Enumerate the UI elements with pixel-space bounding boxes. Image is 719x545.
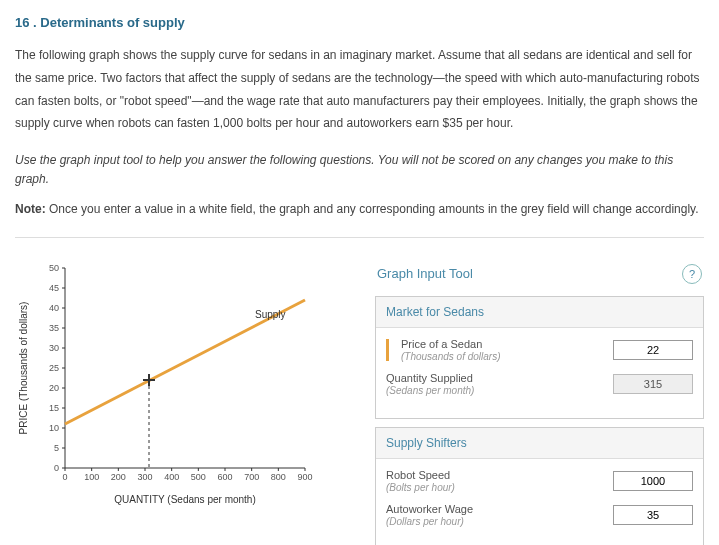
quantity-output: 315 xyxy=(613,374,693,394)
svg-text:900: 900 xyxy=(297,472,312,482)
svg-text:200: 200 xyxy=(111,472,126,482)
quantity-label: Quantity Supplied xyxy=(386,372,473,384)
price-input[interactable] xyxy=(613,340,693,360)
market-section: Market for Sedans Price of a Sedan (Thou… xyxy=(375,296,704,419)
question-paragraph: The following graph shows the supply cur… xyxy=(15,44,704,135)
svg-text:15: 15 xyxy=(49,403,59,413)
robot-label: Robot Speed xyxy=(386,469,450,481)
svg-text:600: 600 xyxy=(217,472,232,482)
note-body: Once you enter a value in a white field,… xyxy=(46,202,699,216)
svg-text:50: 50 xyxy=(49,263,59,273)
shifters-header: Supply Shifters xyxy=(376,428,703,459)
svg-text:30: 30 xyxy=(49,343,59,353)
supply-graph[interactable]: 05101520253035404550 0100200300400500600… xyxy=(15,258,345,521)
svg-text:100: 100 xyxy=(84,472,99,482)
quantity-sublabel: (Sedans per month) xyxy=(386,385,474,396)
svg-text:5: 5 xyxy=(54,443,59,453)
price-color-indicator xyxy=(386,339,389,361)
x-axis-label: QUANTITY (Sedans per month) xyxy=(114,494,256,505)
wage-input[interactable] xyxy=(613,505,693,525)
note-text: Note: Once you enter a value in a white … xyxy=(15,200,704,219)
question-title: 16 . Determinants of supply xyxy=(15,15,704,30)
price-sublabel: (Thousands of dollars) xyxy=(401,351,501,362)
price-label: Price of a Sedan xyxy=(401,338,482,350)
robot-speed-input[interactable] xyxy=(613,471,693,491)
svg-text:0: 0 xyxy=(62,472,67,482)
svg-text:45: 45 xyxy=(49,283,59,293)
svg-text:40: 40 xyxy=(49,303,59,313)
svg-text:25: 25 xyxy=(49,363,59,373)
tool-header: Graph Input Tool xyxy=(377,266,473,281)
market-header: Market for Sedans xyxy=(376,297,703,328)
svg-text:700: 700 xyxy=(244,472,259,482)
shifters-section: Supply Shifters Robot Speed (Bolts per h… xyxy=(375,427,704,545)
svg-text:300: 300 xyxy=(137,472,152,482)
supply-legend-label: Supply xyxy=(255,309,286,320)
wage-sublabel: (Dollars per hour) xyxy=(386,516,464,527)
robot-sublabel: (Bolts per hour) xyxy=(386,482,455,493)
svg-text:35: 35 xyxy=(49,323,59,333)
svg-text:0: 0 xyxy=(54,463,59,473)
svg-text:400: 400 xyxy=(164,472,179,482)
note-label: Note: xyxy=(15,202,46,216)
svg-text:500: 500 xyxy=(191,472,206,482)
svg-text:800: 800 xyxy=(271,472,286,482)
help-icon[interactable]: ? xyxy=(682,264,702,284)
wage-label: Autoworker Wage xyxy=(386,503,473,515)
svg-text:20: 20 xyxy=(49,383,59,393)
instruction-text: Use the graph input tool to help you ans… xyxy=(15,151,704,189)
y-axis-label: PRICE (Thousands of dollars) xyxy=(18,301,29,434)
svg-text:10: 10 xyxy=(49,423,59,433)
